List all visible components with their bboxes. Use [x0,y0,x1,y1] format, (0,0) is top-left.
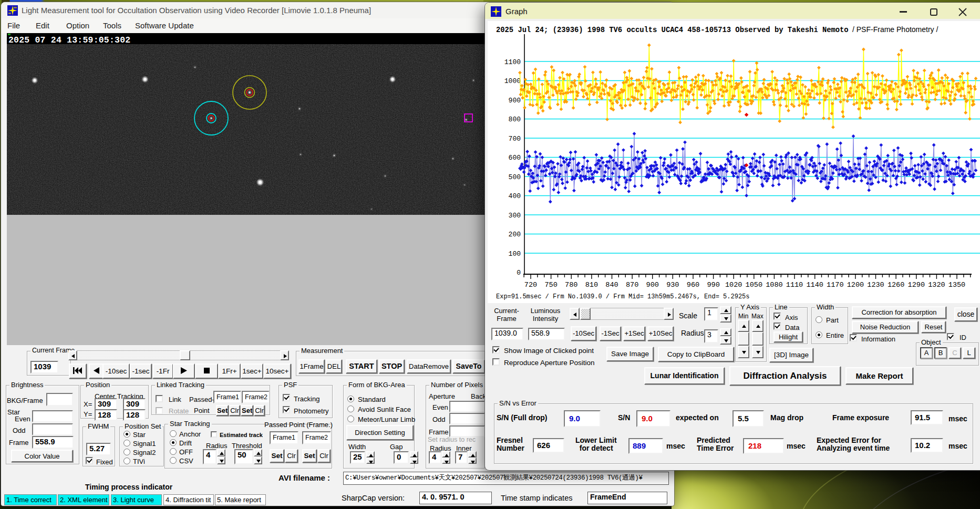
svg-text:810: 810 [585,281,598,289]
svg-text:1050: 1050 [746,281,762,289]
svg-text:1000: 1000 [504,77,521,85]
svg-text:1260: 1260 [888,281,904,289]
svg-text:1170: 1170 [827,281,843,289]
svg-text:800: 800 [509,116,521,123]
svg-text:750: 750 [544,281,557,289]
svg-text:1200: 1200 [847,281,864,289]
svg-text:960: 960 [687,281,699,289]
svg-text:930: 930 [666,281,679,289]
svg-text:720: 720 [524,281,537,289]
svg-text:780: 780 [565,281,577,289]
svg-text:1230: 1230 [867,281,884,289]
svg-text:Exp=91.5msec / Frm No.1039.0 /: Exp=91.5msec / Frm No.1039.0 / Frm Mid= … [496,293,749,300]
svg-text:900: 900 [646,281,659,289]
svg-text:700: 700 [509,135,521,143]
svg-text:0: 0 [517,269,521,277]
svg-text:100: 100 [509,250,521,258]
svg-text:1350: 1350 [948,281,965,289]
svg-text:500: 500 [509,173,521,181]
svg-text:990: 990 [707,281,719,289]
svg-text:/ PSF-Frame Photometry /: / PSF-Frame Photometry / [852,25,938,34]
svg-text:2025 Jul 24; (23936) 1998 TV6: 2025 Jul 24; (23936) 1998 TV6 occults UC… [496,26,849,34]
svg-text:200: 200 [509,231,521,238]
svg-text:1100: 1100 [504,58,521,66]
svg-text:2025 07 24 13:59:05:302: 2025 07 24 13:59:05:302 [8,35,130,45]
svg-text:1110: 1110 [786,281,803,289]
svg-text:1320: 1320 [928,281,945,289]
svg-text:870: 870 [626,281,638,289]
svg-text:1020: 1020 [725,281,742,289]
svg-text:600: 600 [509,154,521,162]
svg-text:900: 900 [509,97,521,105]
svg-text:840: 840 [605,281,618,289]
svg-text:1140: 1140 [806,281,823,289]
svg-text:1290: 1290 [908,281,925,289]
svg-text:400: 400 [509,192,521,200]
svg-text:300: 300 [509,212,521,220]
svg-text:1080: 1080 [766,281,782,289]
